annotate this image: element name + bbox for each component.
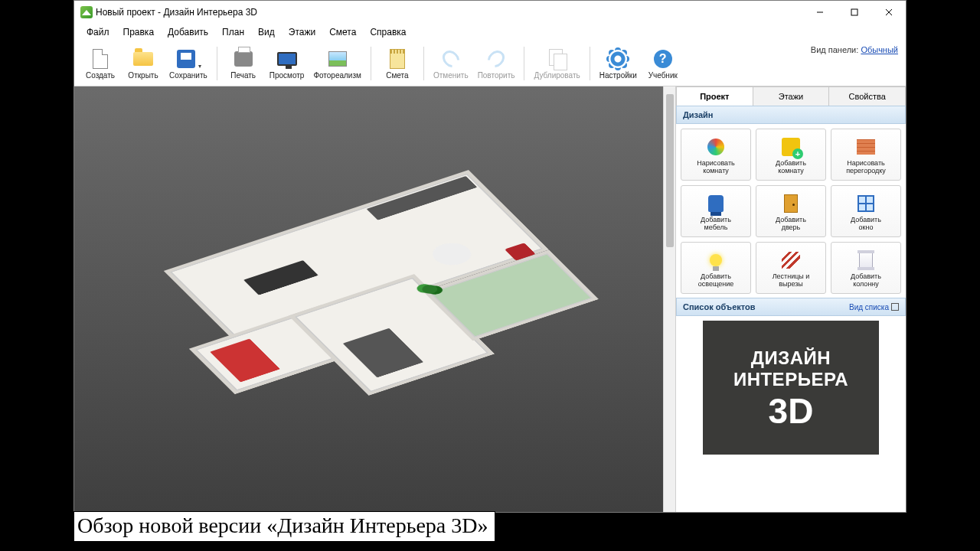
design-button-room-plus-icon[interactable]: Добавить комнату [756, 129, 826, 181]
design-header-label: Дизайн [683, 110, 713, 119]
design-section-header: Дизайн [676, 106, 906, 124]
toolbar-separator [590, 47, 590, 80]
design-button-column-icon[interactable]: Добавить колонну [831, 242, 901, 294]
toolbar-button-label: Повторить [478, 71, 515, 80]
side-tab-2[interactable]: Свойства [829, 86, 906, 106]
brush-icon [705, 136, 727, 158]
toolbar-button-duplicate-icon: Дублировать [529, 45, 584, 81]
toolbar-button-photo-icon[interactable]: Фотореализм [309, 45, 366, 81]
doc-icon [90, 48, 111, 70]
room-plus-icon [780, 136, 802, 158]
design-button-label: Добавить мебель [701, 217, 731, 232]
design-button-label: Нарисовать комнату [697, 160, 734, 175]
menu-item-0[interactable]: Файл [80, 25, 116, 39]
window-title: Новый проект - Дизайн Интерьера 3D [96, 7, 257, 18]
toolbar-button-help-icon[interactable]: ?Учебник [642, 45, 684, 81]
toolbar-button-label: Создать [86, 71, 115, 80]
folder-open-icon [132, 48, 154, 70]
design-button-brush-icon[interactable]: Нарисовать комнату [681, 129, 751, 181]
panel-view-label: Вид панели: Обычный [811, 45, 898, 54]
menu-item-1[interactable]: Правка [117, 25, 161, 39]
undo-icon [440, 48, 462, 70]
toolbar-button-monitor-icon[interactable]: Просмотр [265, 45, 309, 81]
minimize-icon [816, 8, 824, 16]
notes-icon [387, 48, 408, 70]
design-grid: Нарисовать комнатуДобавить комнатуНарисо… [676, 124, 906, 298]
window-icon [855, 193, 877, 214]
design-button-label: Добавить колонну [851, 273, 881, 289]
app-window: Новый проект - Дизайн Интерьера 3D ФайлП… [74, 0, 906, 513]
design-button-label: Лестницы и вырезы [773, 273, 810, 289]
menu-item-7[interactable]: Справка [364, 25, 412, 39]
toolbar-separator [524, 47, 524, 80]
objects-header-label: Список объектов [683, 302, 755, 311]
design-button-wall-icon[interactable]: Нарисовать перегородку [831, 129, 901, 181]
chevron-down-icon: ▾ [198, 63, 201, 70]
toolbar-separator [423, 47, 424, 80]
close-icon [885, 8, 893, 16]
toolbar-button-print-icon[interactable]: Печать [222, 45, 265, 81]
design-button-window-icon[interactable]: Добавить окно [831, 185, 901, 237]
design-button-chair-icon[interactable]: Добавить мебель [681, 185, 751, 237]
side-tab-0[interactable]: Проект [676, 86, 753, 106]
menu-item-2[interactable]: Добавить [162, 25, 214, 39]
scrollbar-thumb[interactable] [666, 94, 674, 247]
objects-section-header: Список объектов Вид списка [676, 298, 906, 316]
promo-banner: ДИЗАЙН ИНТЕРЬЕРА 3D [703, 321, 879, 455]
redo-icon [485, 48, 507, 70]
close-button[interactable] [871, 1, 906, 24]
toolbar-button-notes-icon[interactable]: Смета [376, 45, 419, 81]
toolbar-separator [371, 47, 371, 80]
main-area: ПроектЭтажиСвойства Дизайн Нарисовать ко… [74, 86, 906, 512]
toolbar-button-doc-icon[interactable]: Создать [79, 45, 122, 81]
menu-item-3[interactable]: План [216, 25, 250, 39]
toolbar-button-folder-open-icon[interactable]: Открыть [122, 45, 165, 81]
list-view-toggle[interactable]: Вид списка [849, 303, 899, 311]
list-view-label: Вид списка [849, 303, 889, 311]
app-icon [80, 6, 93, 18]
toolbar-button-undo-icon: Отменить [429, 45, 473, 81]
menu-item-4[interactable]: Вид [252, 25, 281, 39]
menubar: ФайлПравкаДобавитьПланВидЭтажиСметаСправ… [74, 24, 906, 41]
toolbar-button-label: Настройки [599, 71, 637, 80]
duplicate-icon [547, 48, 568, 70]
wall-icon [855, 136, 877, 158]
viewport-3d[interactable] [74, 86, 676, 512]
design-button-label: Добавить окно [851, 217, 881, 232]
design-button-bulb-icon[interactable]: Добавить освещение [681, 242, 751, 294]
toolbar-button-label: Учебник [648, 71, 678, 80]
toolbar-button-redo-icon: Повторить [473, 45, 520, 81]
video-caption: Обзор новой версии «Дизайн Интерьера 3D» [74, 511, 495, 542]
menu-item-6[interactable]: Смета [323, 25, 362, 39]
render-canvas[interactable] [74, 86, 663, 512]
toolbar-button-label: Открыть [128, 71, 158, 80]
toolbar-button-label: Просмотр [270, 71, 305, 80]
side-tab-1[interactable]: Этажи [753, 86, 830, 106]
toolbar-button-label: Смета [386, 71, 408, 80]
column-icon [855, 249, 877, 271]
toolbar-button-save-icon[interactable]: ▾Сохранить [165, 45, 212, 81]
toolbar-button-label: Сохранить [169, 71, 207, 80]
toolbar-button-gear-icon[interactable]: Настройки [595, 45, 642, 81]
design-button-door-icon[interactable]: Добавить дверь [756, 185, 826, 237]
design-button-stairs-icon[interactable]: Лестницы и вырезы [756, 242, 826, 294]
gear-icon [607, 48, 629, 70]
photo-icon [327, 48, 348, 70]
viewport-scrollbar[interactable] [663, 86, 675, 512]
print-icon [233, 48, 254, 70]
minimize-button[interactable] [802, 1, 837, 24]
menu-item-5[interactable]: Этажи [283, 25, 322, 39]
panel-view-caption: Вид панели: [811, 45, 858, 54]
maximize-button[interactable] [837, 1, 871, 24]
object-list: ДИЗАЙН ИНТЕРЬЕРА 3D [676, 316, 906, 512]
design-button-label: Добавить освещение [698, 273, 734, 289]
promo-line-2: 3D [769, 393, 814, 429]
toolbar-button-label: Отменить [433, 71, 469, 80]
floorplan-model [123, 170, 613, 429]
save-icon [175, 48, 197, 70]
side-panel: ПроектЭтажиСвойства Дизайн Нарисовать ко… [676, 86, 906, 512]
chair-icon [705, 193, 727, 214]
design-button-label: Добавить комнату [776, 160, 806, 175]
panel-view-link[interactable]: Обычный [861, 45, 898, 54]
maximize-icon [851, 8, 858, 16]
